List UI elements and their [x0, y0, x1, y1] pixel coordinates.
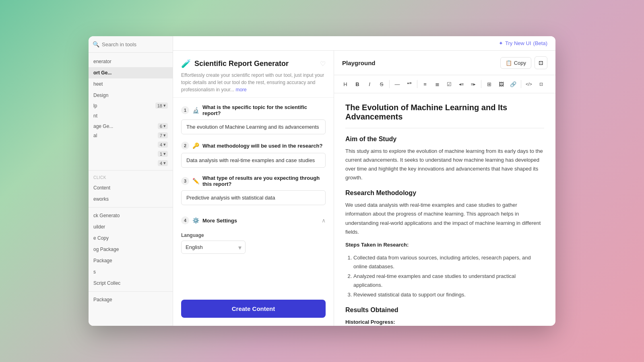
- toolbar-strikethrough[interactable]: S: [376, 78, 387, 90]
- spark-icon: ✦: [499, 40, 503, 46]
- more-settings-section: 4 ⚙️ More Settings ∧ Language: [181, 212, 326, 258]
- toolbar-code[interactable]: </>: [523, 78, 535, 90]
- toolbar-ordered-list[interactable]: ≣: [431, 78, 443, 90]
- sidebar-item-count-2[interactable]: al 7▾: [89, 131, 173, 140]
- step-2-icon: 🔑: [192, 142, 199, 149]
- toolbar-task-list[interactable]: ☑: [444, 78, 455, 90]
- sidebar-items: enerator ort Ge... heet Design lp 18▾ nt…: [89, 53, 173, 326]
- steps-heading: Steps Taken in Research:: [345, 241, 544, 249]
- create-content-button[interactable]: Create Content: [181, 300, 326, 318]
- search-input[interactable]: [102, 41, 169, 47]
- steps-item-2: Reviewed statistical data to support our…: [353, 290, 544, 299]
- sidebar-item-extra-4[interactable]: Package: [89, 255, 173, 266]
- copy-label: Copy: [514, 60, 526, 66]
- toolbar-quote[interactable]: ❝❞: [404, 78, 415, 90]
- step-3-number: 3: [181, 177, 189, 185]
- more-settings-left: 4 ⚙️ More Settings: [181, 216, 237, 224]
- tool-title-row: 🧪 Scientific Report Generator ♡: [181, 59, 326, 68]
- sidebar-item-content[interactable]: Content: [89, 182, 173, 193]
- sidebar-item-count-0[interactable]: lp 18▾: [89, 101, 173, 110]
- left-panel: 🧪 Scientific Report Generator ♡ Effortle…: [173, 51, 334, 326]
- toolbar-link[interactable]: 🔗: [508, 78, 519, 90]
- toolbar-heading[interactable]: H: [340, 78, 351, 90]
- extra-action-button[interactable]: ⊡: [535, 56, 547, 69]
- step-2-label: What methodology will be used in the res…: [202, 143, 322, 149]
- sidebar-item-extra-1[interactable]: uilder: [89, 221, 173, 232]
- editor-content: The Evolution of Machine Learning and It…: [334, 93, 555, 326]
- sidebar-item-0[interactable]: enerator: [89, 56, 173, 67]
- toolbar-indent[interactable]: ≡▸: [468, 78, 479, 90]
- form-step-2: 2 🔑 What methodology will be used in the…: [181, 142, 326, 168]
- sidebar-section-label: CLICK: [89, 173, 173, 182]
- heart-icon[interactable]: ♡: [320, 60, 326, 68]
- language-label: Language: [181, 232, 326, 238]
- sidebar-item-5[interactable]: nt: [89, 110, 173, 121]
- chevron-up-icon: ∧: [322, 217, 326, 224]
- tool-header: 🧪 Scientific Report Generator ♡ Effortle…: [173, 51, 334, 98]
- create-btn-wrapper: Create Content: [173, 300, 334, 326]
- step-2-number: 2: [181, 142, 189, 150]
- toolbar-italic[interactable]: I: [364, 78, 375, 90]
- sidebar-item-count-1[interactable]: age Ge... 6▾: [89, 121, 173, 131]
- copy-button[interactable]: 📋 Copy: [500, 57, 531, 69]
- count-badge-1: 6▾: [158, 123, 168, 129]
- step-3-icon: ✏️: [192, 178, 199, 184]
- copy-icon: 📋: [506, 60, 512, 66]
- try-new-ui-label: Try New UI: [505, 40, 531, 46]
- sidebar-item-3[interactable]: Design: [89, 90, 173, 101]
- tool-title-text: Scientific Report Generator: [194, 60, 289, 68]
- tool-title-icon: 🧪: [181, 59, 191, 68]
- steps-item-0: Collected data from various sources, inc…: [353, 253, 544, 271]
- step-2-input[interactable]: [181, 153, 326, 168]
- language-field: Language English Spanish French German: [181, 232, 326, 254]
- tool-title: 🧪 Scientific Report Generator: [181, 59, 289, 68]
- section-methodology-heading: Research Methodology: [345, 189, 544, 197]
- settings-content: Language English Spanish French German: [181, 228, 326, 258]
- historical-progress-label: Historical Progress:: [345, 318, 544, 326]
- toolbar-bold[interactable]: B: [352, 78, 363, 90]
- section-aim-text: This study aims to explore the evolution…: [345, 147, 544, 182]
- count-badge-4: 1▾: [158, 151, 168, 157]
- sidebar-item-extra-6[interactable]: Script Collec: [89, 278, 173, 289]
- sidebar-item-extra-5[interactable]: s: [89, 266, 173, 278]
- language-select[interactable]: English Spanish French German: [181, 241, 246, 254]
- sidebar-item-frameworks[interactable]: eworks: [89, 193, 173, 205]
- playground-title: Playground: [342, 60, 376, 66]
- sidebar-item-label: lp: [93, 103, 97, 109]
- step-3-label: What type of results are you expecting t…: [202, 175, 326, 187]
- description-more-link[interactable]: more: [235, 87, 246, 93]
- try-new-ui-button[interactable]: ✦ Try New UI (Beta): [499, 40, 547, 46]
- editor-toolbar: H B I S — ❝❞ ≡ ≣ ☑ ◂≡ ≡▸ ⊞: [334, 75, 555, 93]
- sidebar-search-container: 🔍: [89, 36, 173, 53]
- beta-label: (Beta): [533, 40, 547, 46]
- sidebar-item-2[interactable]: heet: [89, 78, 173, 90]
- sidebar-item-label: al: [93, 133, 97, 138]
- panels-row: 🧪 Scientific Report Generator ♡ Effortle…: [173, 51, 555, 326]
- sidebar-item-last[interactable]: Package: [89, 294, 173, 305]
- toolbar-table[interactable]: ⊞: [483, 78, 495, 90]
- more-settings-header[interactable]: 4 ⚙️ More Settings ∧: [181, 212, 326, 228]
- sidebar-item-extra-0[interactable]: ck Generato: [89, 210, 173, 221]
- step-3-header: 3 ✏️ What type of results are you expect…: [181, 175, 326, 187]
- settings-icon: ⚙️: [192, 217, 199, 224]
- sidebar-item-extra-3[interactable]: og Package: [89, 244, 173, 255]
- sidebar-divider-2: [89, 207, 173, 208]
- content-divider: [345, 128, 544, 128]
- steps-list: Collected data from various sources, inc…: [353, 253, 544, 299]
- sidebar-item-report[interactable]: ort Ge...: [89, 67, 173, 78]
- toolbar-code-block[interactable]: ⊡: [535, 78, 547, 90]
- step-1-label: What is the specific topic for the scien…: [202, 104, 326, 116]
- toolbar-bullet-list[interactable]: ≡: [419, 78, 431, 90]
- sidebar-item-extra-2[interactable]: e Copy: [89, 232, 173, 244]
- section-aim-heading: Aim of the Study: [345, 136, 544, 143]
- section-methodology-text: We used data analysis with real-time exa…: [345, 201, 544, 236]
- step-1-input[interactable]: [181, 119, 326, 134]
- toolbar-divider-1: [389, 80, 390, 88]
- toolbar-hr[interactable]: —: [392, 78, 403, 90]
- sidebar: 🔍 enerator ort Ge... heet Design lp 18▾ …: [89, 36, 173, 326]
- toolbar-image[interactable]: 🖼: [495, 78, 507, 90]
- step-3-input[interactable]: [181, 190, 326, 205]
- form-step-3: 3 ✏️ What type of results are you expect…: [181, 175, 326, 205]
- form-step-1: 1 🔬 What is the specific topic for the s…: [181, 104, 326, 134]
- toolbar-outdent[interactable]: ◂≡: [456, 78, 467, 90]
